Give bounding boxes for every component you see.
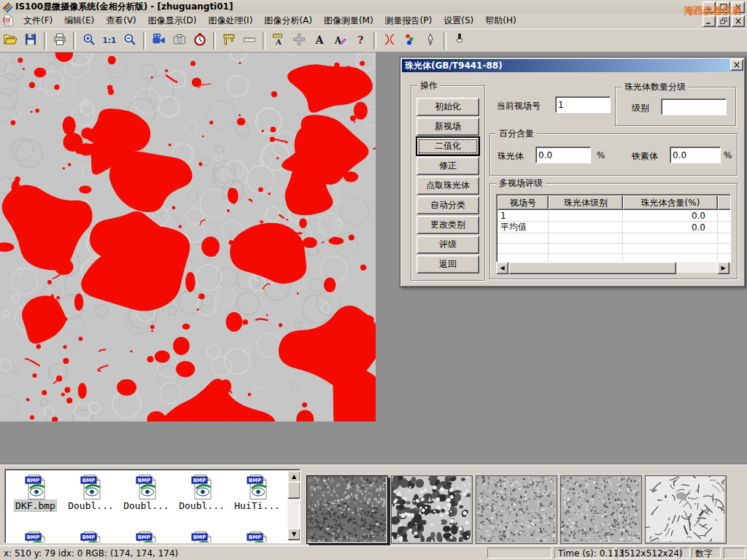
- maximize-button[interactable]: [717, 1, 730, 13]
- file-item-clipped[interactable]: BMP: [174, 531, 229, 543]
- actual-size-button[interactable]: 1:1: [100, 31, 119, 50]
- op-button-6[interactable]: 自动分类: [417, 196, 479, 214]
- op-button-1[interactable]: 初始化: [417, 98, 479, 116]
- hscroll-thumb[interactable]: [508, 262, 676, 274]
- op-button-4[interactable]: 修正: [417, 157, 479, 175]
- text-edit-button[interactable]: A: [330, 31, 349, 50]
- mdi-restore-button[interactable]: [717, 15, 730, 27]
- scroll-right-arrow-icon[interactable]: ▶: [717, 262, 729, 274]
- zoom-out-button[interactable]: [120, 31, 139, 50]
- toolbar-separator: [213, 32, 216, 50]
- photo-camera-button[interactable]: [170, 31, 189, 50]
- table-header-2[interactable]: 珠光体级别: [549, 195, 623, 210]
- op-button-2[interactable]: 新视场: [417, 117, 479, 136]
- curve-button[interactable]: [380, 31, 399, 50]
- menu-item-4[interactable]: 图像显示(D): [142, 13, 203, 28]
- table-row[interactable]: 平均值0.0: [498, 222, 731, 233]
- menu-item-9[interactable]: 设置(S): [438, 13, 479, 28]
- table-header-3[interactable]: 珠光体含量(%): [623, 195, 718, 210]
- menu-item-7[interactable]: 图像测量(M): [318, 13, 379, 28]
- thumbnail-5[interactable]: [645, 475, 727, 544]
- menu-item-2[interactable]: 编辑(E): [58, 13, 100, 28]
- thumbnail-2[interactable]: [391, 475, 473, 544]
- file-item[interactable]: BMPHuiTi...: [230, 474, 285, 511]
- file-item-clipped[interactable]: BMP: [8, 531, 63, 543]
- file-item[interactable]: BMPDKF.bmp: [8, 474, 63, 511]
- table-header-1[interactable]: 视场号: [498, 195, 549, 210]
- dialog-close-button[interactable]: [730, 59, 743, 71]
- op-button-7[interactable]: 更改类别: [417, 216, 479, 234]
- menu-item-10[interactable]: 帮助(H): [479, 13, 522, 28]
- op-button-5[interactable]: 点取珠光体: [417, 176, 479, 195]
- zoom-in-button[interactable]: [80, 31, 98, 50]
- window-controls: [703, 1, 745, 13]
- thumbnail-4[interactable]: [560, 475, 642, 544]
- help-button[interactable]: ?: [351, 31, 370, 50]
- op-button-9[interactable]: 返回: [417, 255, 479, 273]
- timer-button[interactable]: [190, 31, 209, 50]
- multifield-table[interactable]: 视场号珠光体级别珠光体含量(%)铁素体含量(%)10.0平均值0.0: [496, 194, 731, 263]
- menu-item-8[interactable]: 测量报告(P): [379, 13, 438, 28]
- video-camera-button[interactable]: [150, 31, 169, 50]
- file-name: Doubl...: [178, 500, 225, 511]
- text-button[interactable]: A: [310, 31, 329, 50]
- title-bar: IS100显微摄像系统(金相分析版) - [zhuguangti01]: [0, 0, 747, 13]
- dialog-title-bar[interactable]: 珠光体(GB/T9441-88): [402, 59, 743, 72]
- op-button-8[interactable]: 评级: [417, 236, 479, 254]
- ruler-button[interactable]: [240, 31, 259, 50]
- minimize-button[interactable]: [703, 1, 716, 13]
- svg-text:BMP: BMP: [26, 534, 39, 540]
- mdi-minimize-button[interactable]: [703, 15, 716, 27]
- document-icon: DOC: [2, 14, 15, 27]
- current-field-input[interactable]: [555, 96, 611, 113]
- file-item[interactable]: BMPDoubl...: [174, 474, 229, 511]
- move-button[interactable]: [290, 31, 309, 50]
- menu-item-5[interactable]: 图像处理(I): [202, 13, 258, 28]
- file-list[interactable]: BMPDKF.bmpBMPDoubl...BMPDoubl...BMPDoubl…: [4, 469, 301, 543]
- table-cell: 0.0: [623, 210, 718, 222]
- table-row[interactable]: [498, 244, 731, 254]
- bmp-file-icon: BMP: [8, 531, 63, 543]
- table-row[interactable]: [498, 233, 731, 244]
- vscroll-thumb[interactable]: [287, 481, 301, 499]
- caliper-button[interactable]: [220, 31, 239, 50]
- file-item[interactable]: BMPDoubl...: [63, 474, 118, 511]
- level-input[interactable]: [661, 98, 727, 115]
- file-item-clipped[interactable]: BMP: [63, 531, 118, 543]
- menu-item-1[interactable]: 文件(F): [18, 13, 58, 28]
- file-item-clipped[interactable]: BMP: [119, 531, 174, 543]
- toolbar-separator: [44, 32, 47, 50]
- table-cell: [718, 210, 731, 222]
- file-item-clipped[interactable]: BMP: [230, 531, 285, 543]
- pearlite-percent-input[interactable]: [535, 147, 591, 163]
- file-list-vscrollbar[interactable]: ▲ ▼: [287, 470, 299, 540]
- close-button[interactable]: [732, 1, 745, 13]
- mdi-close-button[interactable]: [732, 15, 745, 27]
- scroll-down-arrow-icon[interactable]: ▼: [287, 528, 301, 540]
- file-item[interactable]: BMPDoubl...: [119, 474, 174, 511]
- bmp-file-icon: BMP: [63, 531, 118, 543]
- thumbnail-1[interactable]: [306, 475, 388, 544]
- measure-text-button[interactable]: A: [269, 31, 288, 50]
- scroll-left-arrow-icon[interactable]: ◀: [496, 262, 508, 274]
- save-button[interactable]: [21, 31, 40, 50]
- application-window: IS100显微摄像系统(金相分析版) - [zhuguangti01] 海西仪器…: [0, 0, 747, 560]
- hscroll-track[interactable]: [676, 262, 717, 273]
- svg-text:BMP: BMP: [137, 534, 150, 540]
- specimen-image[interactable]: [0, 52, 376, 421]
- table-row[interactable]: 10.0: [498, 210, 731, 222]
- table-hscrollbar[interactable]: ◀ ▶: [496, 262, 729, 273]
- file-name: HuiTi...: [233, 500, 281, 511]
- classify-button[interactable]: [400, 31, 419, 50]
- pen-button[interactable]: [421, 31, 440, 50]
- help-icon: ?: [353, 32, 368, 49]
- brush-button[interactable]: [450, 31, 469, 50]
- op-button-3[interactable]: 二值化: [417, 137, 479, 155]
- print-button[interactable]: [50, 31, 69, 50]
- open-button[interactable]: [1, 31, 20, 50]
- menu-item-6[interactable]: 图像分析(A): [258, 13, 318, 28]
- menu-item-3[interactable]: 查看(V): [100, 13, 142, 28]
- thumbnail-3[interactable]: [476, 475, 557, 544]
- table-header-4[interactable]: 铁素体含量(%): [718, 195, 731, 210]
- ferrite-percent-input[interactable]: [670, 147, 721, 163]
